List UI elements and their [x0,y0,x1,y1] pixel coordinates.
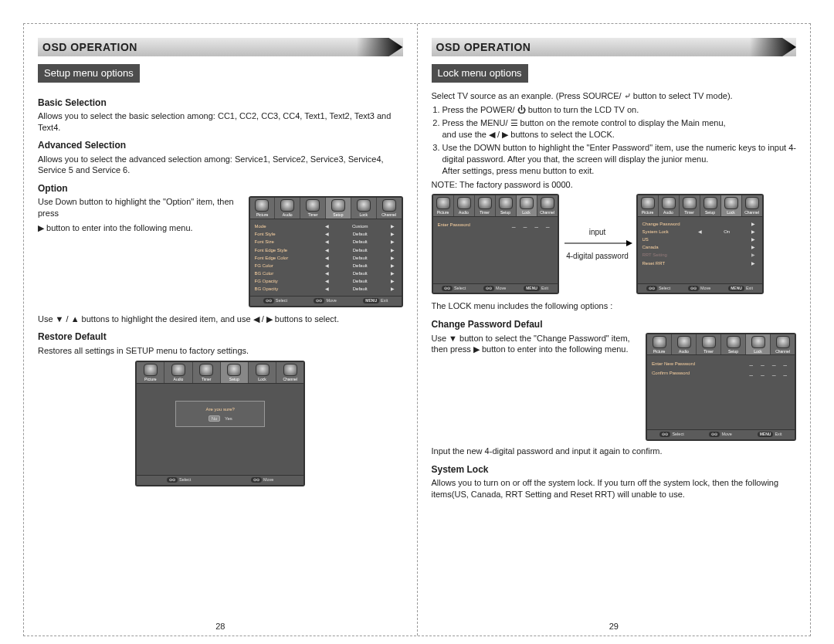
osd-tab-label: Audio [672,349,696,354]
osd-tab-label: Channel [771,349,795,354]
osd-tab-picture[interactable]: Picture [137,362,164,383]
osd-tab-label: Picture [137,377,164,382]
osd-tab-timer[interactable]: Timer [300,198,326,219]
osd-tab-timer[interactable]: Timer [193,362,221,383]
osd-tab-channel[interactable]: Channel [771,334,795,355]
channel-icon [776,336,790,348]
osd-row[interactable]: RRT Setting▶ [642,251,758,259]
osd-tab-audio[interactable]: Audio [275,198,300,219]
page-header-text: OSD OPERATION [42,40,137,55]
osd-tab-label: Channel [742,210,762,215]
lock-icon [256,364,270,376]
header-arrow-icon [357,38,403,56]
osd-row[interactable]: BG Opacity◀Default▶ [255,285,397,293]
osd-tab-label: Channel [537,210,558,215]
picture-icon [255,199,269,212]
osd-tab-timer[interactable]: Timer [475,195,496,216]
arrow-annotation: input 4-digital password [562,227,633,262]
picture-icon [641,197,655,209]
lock-intro: Select TV source as an exanple. (Press S… [432,90,797,102]
osd-foot-select: ⊙⊙Select [263,298,287,303]
setup-icon [703,197,717,209]
dialog-yes-button[interactable]: Yes [225,416,232,421]
osd-change-password: PictureAudioTimerSetupLockChannel Enter … [646,333,796,441]
osd-tab-label: Audio [659,210,679,215]
osd-row[interactable]: System Lock◀On▶ [642,228,758,236]
timer-icon [306,199,320,212]
osd-row[interactable]: Font Size◀Default▶ [255,238,397,246]
enter-new-password-label: Enter New Password [652,361,750,367]
header-arrow-icon [750,38,796,56]
osd-row[interactable]: FG Opacity◀Default▶ [255,277,397,285]
picture-icon [436,197,450,209]
osd-tab-label: Channel [377,212,402,218]
osd-tab-setup[interactable]: Setup [496,195,517,216]
osd-tab-lock[interactable]: Lock [721,195,742,216]
osd-tab-label: Setup [700,210,720,215]
picture-icon [653,336,666,348]
osd-row[interactable]: US▶ [642,236,758,243]
osd-tab-channel[interactable]: Channel [537,195,558,216]
osd-tab-audio[interactable]: Audio [454,195,475,216]
osd-tab-label: Channel [276,377,303,382]
osd-tab-setup[interactable]: Setup [221,362,249,383]
page-28: OSD OPERATION Setup menu options Basic S… [24,24,418,636]
timer-icon [702,336,716,348]
osd-row[interactable]: FG Color◀Default▶ [255,262,397,269]
dialog-no-button[interactable]: No [208,415,221,422]
confirm-dialog: Are you sure? No Yes [175,401,265,427]
osd-tab-lock[interactable]: Lock [249,362,276,383]
osd-row[interactable]: Change Password▶ [642,220,758,228]
osd-tab-lock[interactable]: Lock [517,195,537,216]
osd-tab-channel[interactable]: Channel [276,362,303,383]
osd-tab-picture[interactable]: Picture [647,334,672,355]
osd-tab-picture[interactable]: Picture [638,195,659,216]
dialog-title: Are you sure? [185,406,255,412]
osd-tab-setup[interactable]: Setup [700,195,721,216]
system-lock-text: Allows you to turn on or off the system … [432,477,797,500]
page-number: 29 [609,621,619,632]
setup-icon [227,364,241,376]
basic-selection-heading: Basic Selection [38,97,403,109]
osd-row[interactable]: Font Edge Style◀Default▶ [255,246,397,254]
osd-tab-setup[interactable]: Setup [326,198,351,219]
osd-row[interactable]: BG Color◀Default▶ [255,269,397,277]
lock-icon [520,197,534,209]
osd-row[interactable]: Reset RRT▶ [642,259,758,267]
option-footer-text: Use ▼ / ▲ buttons to highlight the desir… [38,314,403,325]
osd-foot-move: ⊙⊙Move [314,298,336,303]
timer-icon [199,364,213,376]
option-text-2: ▶ button to enter into the following men… [38,222,241,234]
osd-tab-audio[interactable]: Audio [659,195,680,216]
osd-tab-lock[interactable]: Lock [351,198,377,219]
osd-tab-label: Setup [221,377,248,382]
confirm-password-field[interactable]: _ _ _ _ [750,369,790,378]
password-field[interactable]: _ _ _ _ [512,221,552,229]
osd-tab-label: Timer [300,212,325,218]
osd-tab-timer[interactable]: Timer [680,195,700,216]
osd-row[interactable]: Mode◀Custom▶ [255,222,397,230]
osd-tab-picture[interactable]: Picture [433,195,454,216]
option-text-1: Use Down button to highlight the "Option… [38,196,241,219]
osd-row[interactable]: Canada▶ [642,243,758,251]
osd-tab-channel[interactable]: Channel [377,198,402,219]
step-3: Use the DOWN button to highlight the "En… [442,142,797,177]
audio-icon [662,197,676,209]
osd-tab-setup[interactable]: Setup [721,334,746,355]
osd-row[interactable]: Font Edge Color◀Default▶ [255,254,397,262]
osd-tab-timer[interactable]: Timer [697,334,721,355]
section-title: Setup menu options [38,64,140,83]
channel-icon [541,197,554,209]
osd-tab-lock[interactable]: Lock [746,334,771,355]
change-password-after: Input the new 4-digital password and inp… [432,446,797,457]
osd-tab-audio[interactable]: Audio [672,334,697,355]
osd-tab-picture[interactable]: Picture [250,198,276,219]
confirm-password-label: Confirm Password [652,370,750,376]
osd-tab-label: Audio [275,212,300,218]
osd-row[interactable]: Font Style◀Default▶ [255,230,397,238]
new-password-field[interactable]: _ _ _ _ [750,359,790,368]
osd-tab-audio[interactable]: Audio [164,362,192,383]
channel-icon [382,199,396,212]
svg-marker-1 [626,240,632,246]
osd-tab-channel[interactable]: Channel [742,195,762,216]
